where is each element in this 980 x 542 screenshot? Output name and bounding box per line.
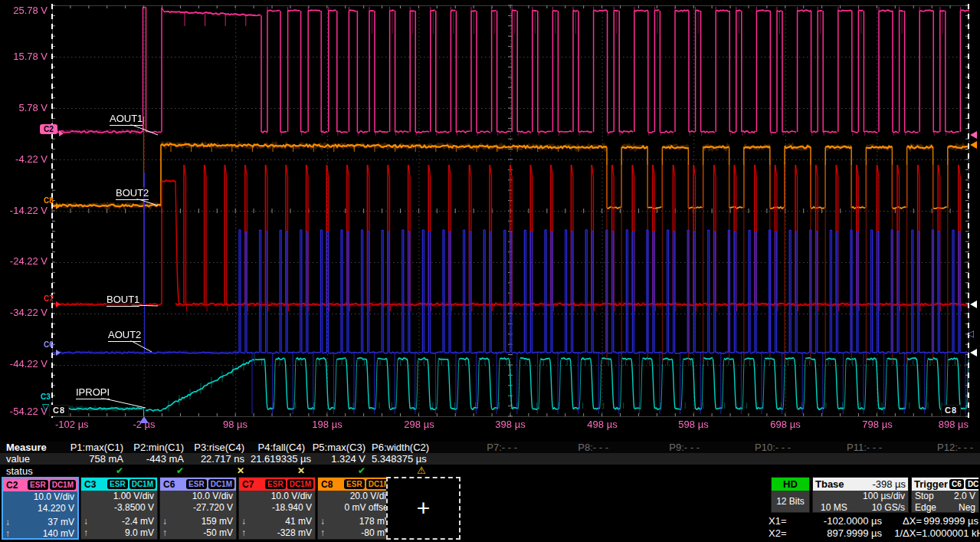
trace-label-ipropi[interactable]: IPROPI: [76, 386, 110, 399]
measure-table: Measure P1:max(C1) P2:min(C1) P3:rise(C4…: [0, 442, 980, 477]
trace-label-aout1[interactable]: AOUT1: [110, 113, 143, 126]
trace-label-bout2[interactable]: BOUT2: [116, 187, 149, 200]
dx-value: 999.9999 µs: [922, 515, 978, 527]
coupling-badge: ESR: [344, 479, 365, 489]
measure-header-p6[interactable]: P6:width(C2): [372, 442, 432, 453]
channel-min: ↓-2.4 mV: [81, 516, 157, 527]
t-axis-label: -102 µs: [55, 419, 89, 430]
channel-descriptor-c8[interactable]: C8 ESR DC1M 20.0 V/div 0 mV offset ↓178 …: [317, 477, 395, 540]
measure-header-p7[interactable]: P7:- - -: [432, 442, 523, 453]
min-arrow-icon: ↓: [5, 517, 10, 528]
cursor-cross-marker-c6: [970, 349, 977, 356]
measure-header-p10[interactable]: P10:- - -: [706, 442, 797, 453]
channel-scale: 10.0 V/div: [239, 491, 315, 502]
impedance-badge: DC1M: [287, 479, 313, 489]
channel-id: C8: [320, 479, 333, 490]
measure-header-p12[interactable]: P12:- - -: [888, 442, 979, 453]
invdx-label: 1/ΔX=: [882, 527, 922, 539]
channel-min: ↓37 mV: [3, 517, 77, 528]
cursor-cross-marker-c2: [970, 131, 977, 139]
corner-trace-label-right: C8: [941, 405, 961, 416]
channel-marker-c7-arrow: [56, 301, 61, 307]
tbase-rate: 10 GS/s: [872, 502, 905, 514]
waveform-plot[interactable]: [0, 0, 980, 439]
oscilloscope-screen: 25.78 V 15.78 V 5.78 V -4.22 V -14.22 V …: [0, 0, 980, 542]
t-axis-label: 798 µs: [862, 419, 892, 430]
x2-value: 897.9999 µs: [796, 527, 882, 539]
t-axis-label: 898 µs: [939, 419, 969, 430]
coupling-badge: ESR: [186, 479, 207, 489]
trigger-level: 2.0 V: [954, 491, 975, 502]
status-icon-p6: ⚠: [372, 465, 432, 476]
measure-header-p11[interactable]: P11:- - -: [797, 442, 888, 453]
measure-header-p3[interactable]: P3:rise(C4): [190, 442, 251, 453]
max-arrow-icon: ↑: [84, 527, 88, 539]
channel-max: ↑140 mV: [3, 528, 77, 540]
dx-label: ΔX=: [882, 515, 922, 527]
channel-min: ↓159 mV: [160, 516, 236, 527]
cursor-cross-marker-c8: [970, 141, 977, 149]
status-icon-p2: ✔: [129, 465, 190, 476]
cursor-cross-marker-c7: [970, 301, 977, 308]
t-axis-label: 298 µs: [404, 419, 434, 430]
measure-header-p2[interactable]: P2:min(C1): [129, 442, 190, 453]
measure-header-p8[interactable]: P8:- - -: [523, 442, 615, 453]
channel-max: ↑-80 mV: [318, 527, 394, 539]
trigger-label: Trigger: [914, 478, 948, 490]
trigger-time-marker[interactable]: [139, 416, 149, 423]
channel-descriptor-c2[interactable]: C2 ESR DC1M 10.0 V/div 14.220 V ↓37 mV ↑…: [2, 477, 79, 540]
channel-max: ↑-50 mV: [160, 527, 236, 539]
v-axis-label: -4.22 V: [0, 154, 48, 165]
hd-bits: 12 Bits: [772, 491, 809, 512]
trigger-source-badge: C6: [949, 479, 964, 489]
min-arrow-icon: ↓: [320, 516, 325, 527]
trigger-level-marker[interactable]: ◁: [967, 329, 974, 338]
channel-marker-c8-arrow: [56, 203, 61, 209]
channel-id: C2: [5, 480, 18, 491]
measure-value-p2: -443 mA: [129, 453, 190, 465]
measure-value-p6: 5.348375 µs: [372, 453, 432, 465]
channel-marker-c6-arrow: [56, 350, 61, 356]
channel-scale: 20.0 V/div: [318, 491, 394, 502]
channel-max: ↑-328 mV: [239, 527, 315, 539]
measure-value-p4: 21.619335 µs: [251, 453, 311, 465]
max-arrow-icon: ↑: [162, 527, 167, 539]
t-axis-label: 398 µs: [495, 419, 525, 430]
tbase-offset: -398 µs: [872, 478, 906, 490]
channel-marker-c8[interactable]: C8: [44, 196, 54, 205]
impedance-badge: DC1M: [129, 479, 156, 489]
channel-marker-c6[interactable]: C6: [44, 340, 54, 350]
channel-descriptor-c7[interactable]: C7 ESR DC1M 10.0 V/div -18.940 V ↓41 mV …: [238, 477, 316, 540]
channel-scale: 1.00 V/div: [81, 491, 157, 502]
channel-descriptor-c3[interactable]: C3 ESR DC1M 1.00 V/div -3.8500 V ↓-2.4 m…: [80, 477, 158, 540]
v-axis-label: 5.78 V: [0, 103, 48, 113]
channel-marker-c3[interactable]: C3: [41, 393, 51, 402]
measure-value-p5: 1.324 V: [311, 453, 372, 465]
channel-id: C7: [241, 479, 254, 490]
measure-header-p4[interactable]: P4:fall(C4): [251, 442, 311, 453]
measure-header-p5[interactable]: P5:max(C3): [311, 442, 372, 453]
v-axis-label: -24.22 V: [0, 256, 48, 267]
t-axis-label: 598 µs: [678, 419, 708, 430]
trigger-coupling-badge: DC: [965, 479, 980, 489]
tbase-label: Tbase: [815, 478, 844, 490]
hd-mode-box[interactable]: HD 12 Bits: [771, 477, 810, 513]
v-axis-label: -34.22 V: [0, 307, 48, 318]
trigger-box[interactable]: Trigger C6 DC Stop2.0 V EdgeNeg: [911, 477, 979, 513]
measure-header-p1[interactable]: P1:max(C1): [69, 442, 129, 453]
channel-marker-c7[interactable]: C7: [44, 294, 54, 304]
channel-scale: 10.0 V/div: [160, 491, 236, 502]
add-trace-box[interactable]: +: [386, 477, 461, 540]
max-arrow-icon: ↑: [5, 528, 10, 540]
measure-header-p9[interactable]: P9:- - -: [615, 442, 706, 453]
measure-status-label: status: [0, 465, 69, 477]
channel-marker-c2[interactable]: C2: [40, 124, 57, 134]
timebase-box[interactable]: Tbase -398 µs 100 µs/div 10 MS10 GS/s: [812, 477, 909, 513]
coupling-badge: ESR: [265, 479, 286, 489]
trace-label-bout1[interactable]: BOUT1: [107, 294, 139, 307]
status-icon-p1: ✔: [69, 465, 129, 476]
channel-descriptor-c6[interactable]: C6 ESR DC1M 10.0 V/div -27.720 V ↓159 mV…: [159, 477, 237, 540]
tbase-samples: 10 MS: [821, 502, 847, 514]
trace-label-aout2[interactable]: AOUT2: [108, 329, 141, 342]
channel-offset: 14.220 V: [3, 503, 77, 514]
